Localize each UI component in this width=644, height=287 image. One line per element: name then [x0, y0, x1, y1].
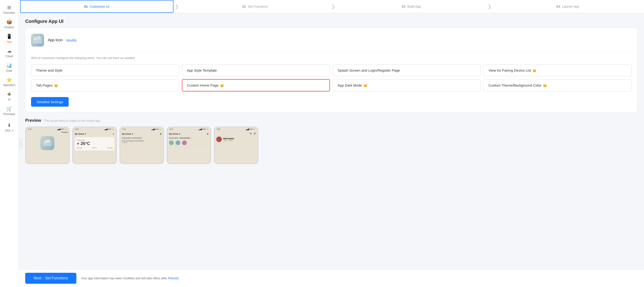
sidebar-item-purchase[interactable]: 🛒 Purchase: [0, 104, 18, 118]
profile-avatar: 👤: [216, 136, 222, 142]
sidebar-item-label: App: [7, 40, 12, 43]
step-2[interactable]: 02 Set Functions: [179, 0, 331, 13]
sidebar-item-app[interactable]: 📱 App: [0, 31, 18, 46]
crown-icon-pairing: 👑: [532, 69, 536, 72]
bottom-notice: Your app information has been modified a…: [81, 277, 179, 280]
stepper: 01 Customize UI ❯ 02 Set Functions ❯ 03 …: [19, 0, 644, 13]
sidebar-item-operation[interactable]: ⭐ Operation: [0, 75, 18, 89]
vas-icon: ⬇: [7, 122, 11, 128]
crown-icon-theme: 👑: [543, 83, 547, 87]
sidebar-item-cloud[interactable]: ☁ Cloud: [0, 46, 18, 60]
operation-icon: ⭐: [6, 77, 12, 83]
sidebar-item-label: Cloud: [6, 55, 13, 58]
sidebar-item-overview[interactable]: ⊞ Overview: [0, 2, 18, 17]
custom-home-label: Custom Home Page: [187, 83, 218, 87]
modify-link[interactable]: Modify: [66, 38, 76, 42]
tab-pages-label: Tab Pages: [36, 83, 52, 87]
dark-mode-label: App Dark Mode: [338, 83, 362, 87]
phone-content-4: My Home ▾ + Automation OneClickGo ···: [167, 131, 210, 147]
rebuild-link[interactable]: Rebuild.: [168, 277, 179, 280]
purchase-icon: 🛒: [6, 106, 12, 112]
phone-list-item-2: Automation OneClickGo ···: [169, 136, 209, 146]
step-arrow-2: ❯: [331, 4, 335, 9]
phone-header-2: My Home ▾ +: [75, 132, 114, 136]
svg-point-3: [36, 36, 41, 39]
step-4-label: Launch App: [562, 5, 579, 8]
app-icon-nav: 📱: [6, 34, 12, 39]
preview-hint: *The actual effect is subject to the mob…: [44, 119, 101, 122]
profile-id: 123*****6567: [223, 140, 234, 141]
sidebar-item-product[interactable]: 📦 Product: [0, 17, 18, 31]
overview-icon: ⊞: [7, 5, 11, 10]
config-hint: 90% of customers configure the following…: [31, 56, 632, 60]
phone-content-3: My Home ▾ + Automation OneClickGo ··· Pu…: [120, 131, 164, 145]
config-option-app-style[interactable]: App Style Template: [182, 64, 330, 76]
app-icon-row: App Icon Modify: [31, 34, 632, 51]
ai-icon: ✚: [7, 91, 11, 97]
next-button[interactable]: Next：Set Functions: [25, 273, 76, 284]
step-3-num: 03: [402, 5, 406, 8]
step-2-label: Set Functions: [248, 5, 268, 8]
phone-frame-3: 9:41 ▂▄▆ WiFi 🔋 My Home ▾ + Automation O…: [120, 127, 164, 164]
phone-register-label: Register: [26, 131, 69, 134]
app-icon-thumbnail: [31, 34, 44, 47]
phone-frame-1: 9:41 ▂▄▆ WiFi 🔋 Register: [25, 127, 70, 164]
phone-frame-4: 9:41 ▂▄▆ WiFi 🔋 My Home ▾ + Automation O…: [167, 127, 211, 164]
phone-frame-2: 9:41 ▂▄▆ WiFi 🔋 My Home ▾ + Cozy Life ☀: [72, 127, 117, 164]
crown-icon-dark: 👑: [363, 83, 367, 87]
step-2-num: 02: [242, 5, 246, 8]
sidebar-item-ai[interactable]: ✚ AI: [0, 89, 18, 104]
config-option-tab-pages[interactable]: Tab Pages 👑: [31, 79, 179, 91]
bottom-bar: Next：Set Functions Your app information …: [19, 269, 644, 287]
sidebar-collapse-toggle[interactable]: ›: [19, 139, 22, 148]
step-arrow-1: ❯: [175, 4, 179, 9]
sidebar-divider: [4, 119, 15, 119]
step-4-num: 04: [556, 5, 560, 8]
main-content: 01 Customize UI ❯ 02 Set Functions ❯ 03 …: [19, 0, 644, 287]
pairing-label: View for Pairing Device List: [488, 68, 531, 72]
sidebar-item-data[interactable]: 📊 Data: [0, 60, 18, 75]
theme-label: Theme and Style: [36, 68, 62, 72]
sidebar-item-vas[interactable]: ⬇ VAS ↗: [0, 120, 18, 135]
crown-icon-home: 👑: [220, 83, 224, 87]
step-1[interactable]: 01 Customize UI: [20, 0, 174, 13]
detailed-settings-button[interactable]: Detailed Settings: [31, 97, 69, 107]
step-4[interactable]: 04 Launch App: [492, 0, 644, 13]
data-icon: 📊: [6, 62, 12, 68]
preview-phones: 9:41 ▂▄▆ WiFi 🔋 Register: [25, 127, 638, 166]
cloud-icon: ☁: [7, 48, 12, 54]
phone-app-icon: [40, 136, 54, 150]
profile-name: Nick Name: [223, 137, 234, 140]
sidebar: ⊞ Overview 📦 Product 📱 App ☁ Cloud 📊 Dat…: [0, 0, 19, 287]
phone-header-3: My Home ▾ +: [122, 132, 162, 136]
phone-weather-card: Cozy Life ☀ 26°C 821AQI 48.2% 821AQI: [75, 137, 114, 151]
product-icon: 📦: [6, 19, 12, 25]
phone-content-5: ⇆ ⚙ 👤 Nick Name 123*****6567: [214, 131, 258, 144]
phone-status-3: 9:41 ▂▄▆ WiFi 🔋: [120, 127, 164, 131]
step-3-label: Build App: [407, 5, 421, 8]
phone-status-5: 9:41 ▂▄▆ WiFi 🔋: [214, 127, 258, 131]
chevron-right-icon: ›: [20, 142, 21, 145]
phone-content-2: My Home ▾ + Cozy Life ☀ 26°C 821AQI 48.2…: [73, 131, 116, 151]
config-option-dark-mode[interactable]: App Dark Mode 👑: [333, 79, 481, 91]
page-title: Configure App UI: [25, 19, 638, 24]
sidebar-item-label: Data: [6, 69, 12, 72]
sidebar-item-label: AI: [8, 98, 10, 101]
step-3[interactable]: 03 Build App: [335, 0, 488, 13]
config-option-pairing[interactable]: View for Pairing Device List 👑: [484, 64, 632, 76]
svg-point-6: [46, 140, 50, 142]
crown-icon-tab: 👑: [54, 83, 58, 87]
phone-list-item-1: Automation OneClickGo ··· Push messages …: [122, 136, 162, 144]
step-1-num: 01: [84, 5, 88, 8]
sidebar-item-label: Overview: [3, 11, 15, 14]
config-option-custom-home[interactable]: Custom Home Page 👑: [182, 79, 330, 91]
phone-header-4: My Home ▾ +: [169, 132, 209, 136]
step-1-label: Customize UI: [90, 5, 109, 8]
sidebar-item-label: Product: [4, 26, 14, 29]
config-option-theme[interactable]: Theme and Style: [31, 64, 179, 76]
config-option-custom-theme[interactable]: Custom Theme/Background Color 👑: [484, 79, 632, 91]
config-option-splash[interactable]: Splash Screen and Login/Register Page: [333, 64, 481, 76]
config-card: App Icon Modify 90% of customers configu…: [25, 28, 638, 112]
step-arrow-3: ❯: [488, 4, 492, 9]
phone-status-1: 9:41 ▂▄▆ WiFi 🔋: [26, 127, 69, 131]
